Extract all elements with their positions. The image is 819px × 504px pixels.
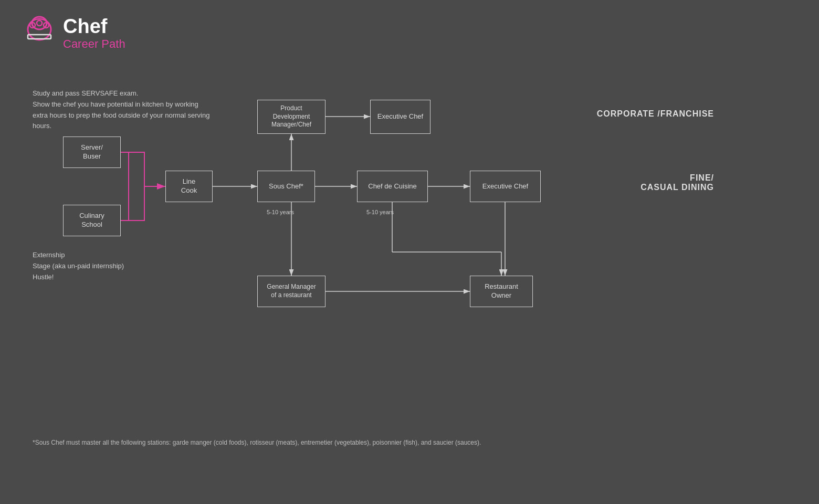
box-execchef-corp-label: Executive Chef	[377, 112, 423, 121]
box-culinary: CulinarySchool	[63, 205, 121, 236]
logo-career-label: Career Path	[63, 38, 125, 50]
box-server-label: Server/Buser	[81, 143, 103, 161]
box-execchef-corp: Executive Chef	[370, 100, 430, 134]
footnote-text: *Sous Chef must master all the following…	[33, 439, 481, 446]
logo-chef-label: Chef	[63, 16, 125, 38]
box-server: Server/Buser	[63, 136, 121, 168]
box-execchef-fine-label: Executive Chef	[482, 182, 528, 191]
box-chefcuisine-label: Chef de Cuisine	[368, 182, 417, 191]
diagram: Server/Buser CulinarySchool LineCook Sou…	[32, 74, 714, 346]
box-linecook: LineCook	[165, 171, 213, 202]
box-execchef-fine: Executive Chef	[470, 171, 541, 202]
box-genmanager-label: General Managerof a restaurant	[267, 283, 316, 299]
years-souschef-label: 5-10 years	[267, 209, 294, 215]
logo-area: Chef Career Path	[21, 15, 125, 51]
box-linecook-label: LineCook	[181, 177, 197, 195]
box-genmanager: General Managerof a restaurant	[257, 276, 326, 307]
box-souschef: Sous Chef*	[257, 171, 315, 202]
box-product-label: ProductDevelopmentManager/Chef	[271, 104, 311, 129]
box-chefcuisine: Chef de Cuisine	[357, 171, 428, 202]
box-restowner: RestaurantOwner	[470, 276, 533, 307]
box-restowner-label: RestaurantOwner	[485, 282, 518, 300]
category-fine-label: FINE/CASUAL DINING	[640, 173, 714, 192]
logo-text: Chef Career Path	[63, 16, 125, 50]
years-chefcuisine-label: 5-10 years	[366, 209, 394, 215]
box-souschef-label: Sous Chef*	[269, 182, 303, 191]
chef-hat-icon	[21, 15, 58, 51]
svg-point-4	[37, 20, 42, 26]
box-product: ProductDevelopmentManager/Chef	[257, 100, 326, 134]
category-corporate-label: CORPORATE /FRANCHISE	[597, 109, 714, 119]
box-culinary-label: CulinarySchool	[79, 212, 104, 229]
